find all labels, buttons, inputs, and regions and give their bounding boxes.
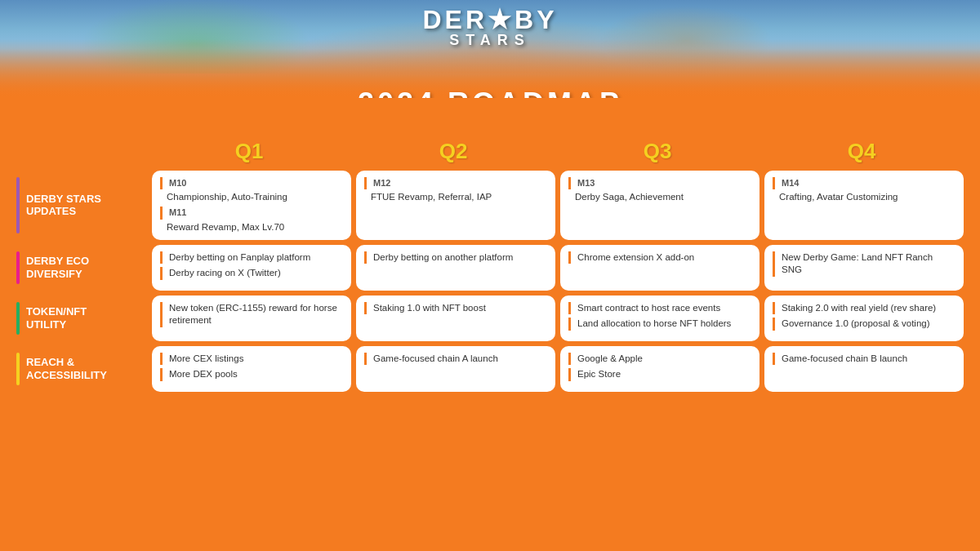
cell-reach-q2: Game-focused chain A launch (356, 346, 555, 392)
main-content: Q1 Q2 Q3 Q4 DERBY STARSUPDATES M10 Champ… (0, 98, 980, 409)
cell-eco-q4: New Derby Game: Land NFT Ranch SNG (764, 245, 964, 291)
cell-token-q4: Staking 2.0 with real yield (rev share) … (764, 295, 964, 341)
row-derby-updates: DERBY STARSUPDATES M10 Championship, Aut… (16, 171, 964, 240)
cell-updates-q3: M13 Derby Saga, Achievement (560, 171, 760, 240)
q4-header: Q4 (760, 139, 964, 164)
cell-item: More DEX pools (160, 368, 343, 381)
cell-item: M10 Championship, Auto-Training (160, 177, 343, 203)
cell-text: Staking 1.0 with NFT boost (364, 302, 547, 315)
logo-area: DER★BY STARS (422, 7, 557, 47)
cell-item: New Derby Game: Land NFT Ranch SNG (773, 251, 956, 277)
cell-eco-q2: Derby betting on another platform (356, 245, 555, 291)
cell-token-q1: New token (ERC-1155) reward for horse re… (152, 295, 351, 341)
row-label-derby-updates: DERBY STARSUPDATES (16, 171, 147, 240)
label-bar-yellow (16, 353, 20, 385)
header-background: DER★BY STARS 2024 ROADMAP (0, 0, 980, 98)
cell-text: Land allocation to horse NFT holders (568, 318, 751, 331)
cell-item: Google & Apple (568, 353, 751, 366)
milestone-label: M10 (160, 177, 343, 189)
quarter-headers: Q1 Q2 Q3 Q4 (16, 139, 964, 164)
row-label-token-nft: TOKEN/NFTUTILITY (16, 295, 147, 341)
q2-header: Q2 (351, 139, 555, 164)
cell-text: Derby racing on X (Twitter) (160, 267, 343, 280)
label-bar-purple (16, 177, 20, 233)
cell-eco-q1: Derby betting on Fanplay platform Derby … (152, 245, 351, 291)
milestone-label: M11 (160, 207, 343, 219)
q1-header: Q1 (147, 139, 351, 164)
cell-item: Smart contract to host race events (568, 302, 751, 315)
cell-item: Derby betting on Fanplay platform (160, 251, 343, 264)
label-bar-pink (16, 251, 20, 284)
label-text-derby-eco: DERBY ECODIVERSIFY (26, 255, 89, 280)
cell-text: Game-focused chain A launch (364, 353, 547, 366)
cell-item: M14 Crafting, Avatar Customizing (773, 177, 956, 203)
milestone-content: Crafting, Avatar Customizing (773, 192, 898, 202)
cell-reach-q1: More CEX listings More DEX pools (152, 346, 351, 392)
cell-eco-q3: Chrome extension X add-on (560, 245, 760, 291)
cell-updates-q2: M12 FTUE Revamp, Referral, IAP (356, 171, 555, 240)
cell-item: Epic Store (568, 368, 751, 381)
cell-item: M13 Derby Saga, Achievement (568, 177, 751, 203)
row-derby-eco: DERBY ECODIVERSIFY Derby betting on Fanp… (16, 245, 964, 291)
cell-text: Derby betting on another platform (364, 251, 547, 264)
cell-reach-q4: Game-focused chain B launch (764, 346, 964, 392)
cell-item: More CEX listings (160, 353, 343, 366)
cell-item: Game-focused chain A launch (364, 353, 547, 366)
row-label-reach: REACH &ACCESSIBILITY (16, 346, 147, 392)
cell-text: New token (ERC-1155) reward for horse re… (160, 302, 343, 327)
cell-item: New token (ERC-1155) reward for horse re… (160, 302, 343, 327)
cell-reach-q3: Google & Apple Epic Store (560, 346, 760, 392)
logo-stars: STARS (422, 33, 557, 47)
cell-token-q3: Smart contract to host race events Land … (560, 295, 760, 341)
cell-text: Smart contract to host race events (568, 302, 751, 315)
cell-item: M12 FTUE Revamp, Referral, IAP (364, 177, 547, 203)
row-label-derby-eco: DERBY ECODIVERSIFY (16, 245, 147, 291)
milestone-content: Championship, Auto-Training (160, 192, 287, 202)
grid-container: Q1 Q2 Q3 Q4 DERBY STARSUPDATES M10 Champ… (16, 139, 964, 392)
cell-item: Derby betting on another platform (364, 251, 547, 264)
logo-derby: DER★BY (422, 7, 557, 33)
cell-text: More CEX listings (160, 353, 343, 366)
milestone-content: Derby Saga, Achievement (568, 192, 684, 202)
cell-updates-q4: M14 Crafting, Avatar Customizing (764, 171, 964, 240)
milestone-label: M13 (568, 177, 751, 189)
row-token-nft: TOKEN/NFTUTILITY New token (ERC-1155) re… (16, 295, 964, 341)
cell-item: Derby racing on X (Twitter) (160, 267, 343, 280)
row-reach: REACH &ACCESSIBILITY More CEX listings M… (16, 346, 964, 392)
cell-item: Governance 1.0 (proposal & voting) (773, 318, 956, 331)
cell-text: More DEX pools (160, 368, 343, 381)
cell-text: New Derby Game: Land NFT Ranch SNG (773, 251, 956, 277)
cell-item: Staking 2.0 with real yield (rev share) (773, 302, 956, 315)
q3-header: Q3 (555, 139, 760, 164)
milestone-content: Reward Revamp, Max Lv.70 (160, 222, 284, 232)
cell-token-q2: Staking 1.0 with NFT boost (356, 295, 555, 341)
cell-text: Game-focused chain B launch (773, 353, 956, 366)
cell-updates-q1: M10 Championship, Auto-Training M11 Rewa… (152, 171, 351, 240)
cell-item: Land allocation to horse NFT holders (568, 318, 751, 331)
milestone-label: M14 (773, 177, 956, 189)
milestone-content: FTUE Revamp, Referral, IAP (364, 192, 492, 202)
cell-item: M11 Reward Revamp, Max Lv.70 (160, 207, 343, 233)
label-text-derby-updates: DERBY STARSUPDATES (26, 193, 101, 218)
cell-text: Chrome extension X add-on (568, 251, 751, 264)
milestone-label: M12 (364, 177, 547, 189)
cell-item: Game-focused chain B launch (773, 353, 956, 366)
cell-text: Governance 1.0 (proposal & voting) (773, 318, 956, 331)
label-text-reach: REACH &ACCESSIBILITY (26, 356, 107, 381)
cell-text: Staking 2.0 with real yield (rev share) (773, 302, 956, 315)
cell-item: Chrome extension X add-on (568, 251, 751, 264)
cell-item: Staking 1.0 with NFT boost (364, 302, 547, 315)
label-text-token-nft: TOKEN/NFTUTILITY (26, 305, 87, 331)
cell-text: Derby betting on Fanplay platform (160, 251, 343, 264)
roadmap-title: 2024 ROADMAP (358, 87, 622, 98)
cell-text: Google & Apple (568, 353, 751, 366)
label-bar-green (16, 302, 20, 335)
cell-text: Epic Store (568, 368, 751, 381)
